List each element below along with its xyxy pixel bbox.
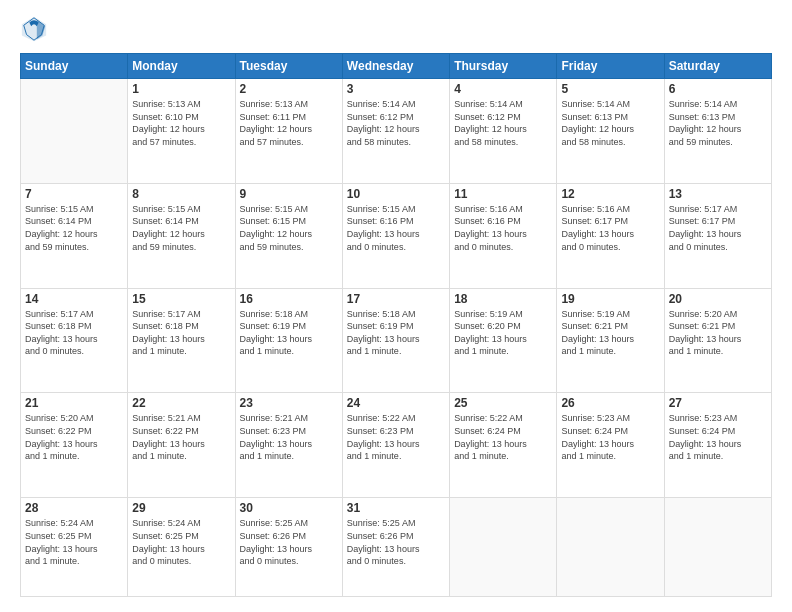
day-info: Sunrise: 5:17 AM Sunset: 6:18 PM Dayligh… [132, 308, 230, 358]
day-number: 3 [347, 82, 445, 96]
day-number: 21 [25, 396, 123, 410]
calendar-cell: 14Sunrise: 5:17 AM Sunset: 6:18 PM Dayli… [21, 288, 128, 393]
day-number: 4 [454, 82, 552, 96]
day-number: 24 [347, 396, 445, 410]
day-info: Sunrise: 5:17 AM Sunset: 6:17 PM Dayligh… [669, 203, 767, 253]
day-info: Sunrise: 5:14 AM Sunset: 6:12 PM Dayligh… [347, 98, 445, 148]
weekday-header: Tuesday [235, 54, 342, 79]
header [20, 15, 772, 43]
calendar-cell: 30Sunrise: 5:25 AM Sunset: 6:26 PM Dayli… [235, 498, 342, 597]
weekday-header: Thursday [450, 54, 557, 79]
calendar-cell: 8Sunrise: 5:15 AM Sunset: 6:14 PM Daylig… [128, 183, 235, 288]
day-number: 7 [25, 187, 123, 201]
calendar-cell: 5Sunrise: 5:14 AM Sunset: 6:13 PM Daylig… [557, 79, 664, 184]
logo [20, 15, 52, 43]
day-info: Sunrise: 5:19 AM Sunset: 6:20 PM Dayligh… [454, 308, 552, 358]
day-info: Sunrise: 5:16 AM Sunset: 6:16 PM Dayligh… [454, 203, 552, 253]
calendar-cell: 1Sunrise: 5:13 AM Sunset: 6:10 PM Daylig… [128, 79, 235, 184]
day-number: 25 [454, 396, 552, 410]
calendar-cell: 10Sunrise: 5:15 AM Sunset: 6:16 PM Dayli… [342, 183, 449, 288]
day-number: 2 [240, 82, 338, 96]
day-number: 9 [240, 187, 338, 201]
day-info: Sunrise: 5:19 AM Sunset: 6:21 PM Dayligh… [561, 308, 659, 358]
day-number: 31 [347, 501, 445, 515]
day-number: 1 [132, 82, 230, 96]
day-info: Sunrise: 5:22 AM Sunset: 6:24 PM Dayligh… [454, 412, 552, 462]
day-info: Sunrise: 5:15 AM Sunset: 6:15 PM Dayligh… [240, 203, 338, 253]
calendar-cell: 18Sunrise: 5:19 AM Sunset: 6:20 PM Dayli… [450, 288, 557, 393]
day-number: 10 [347, 187, 445, 201]
day-info: Sunrise: 5:20 AM Sunset: 6:22 PM Dayligh… [25, 412, 123, 462]
calendar-cell: 29Sunrise: 5:24 AM Sunset: 6:25 PM Dayli… [128, 498, 235, 597]
weekday-header: Friday [557, 54, 664, 79]
day-number: 28 [25, 501, 123, 515]
day-info: Sunrise: 5:14 AM Sunset: 6:13 PM Dayligh… [669, 98, 767, 148]
calendar-cell: 26Sunrise: 5:23 AM Sunset: 6:24 PM Dayli… [557, 393, 664, 498]
day-number: 11 [454, 187, 552, 201]
calendar-cell: 9Sunrise: 5:15 AM Sunset: 6:15 PM Daylig… [235, 183, 342, 288]
day-number: 19 [561, 292, 659, 306]
day-info: Sunrise: 5:25 AM Sunset: 6:26 PM Dayligh… [240, 517, 338, 567]
day-number: 18 [454, 292, 552, 306]
day-info: Sunrise: 5:23 AM Sunset: 6:24 PM Dayligh… [669, 412, 767, 462]
day-info: Sunrise: 5:24 AM Sunset: 6:25 PM Dayligh… [25, 517, 123, 567]
calendar-week-row: 1Sunrise: 5:13 AM Sunset: 6:10 PM Daylig… [21, 79, 772, 184]
calendar-cell: 25Sunrise: 5:22 AM Sunset: 6:24 PM Dayli… [450, 393, 557, 498]
day-number: 29 [132, 501, 230, 515]
calendar-cell: 27Sunrise: 5:23 AM Sunset: 6:24 PM Dayli… [664, 393, 771, 498]
day-info: Sunrise: 5:14 AM Sunset: 6:13 PM Dayligh… [561, 98, 659, 148]
calendar-week-row: 14Sunrise: 5:17 AM Sunset: 6:18 PM Dayli… [21, 288, 772, 393]
calendar-cell: 6Sunrise: 5:14 AM Sunset: 6:13 PM Daylig… [664, 79, 771, 184]
day-number: 30 [240, 501, 338, 515]
day-number: 14 [25, 292, 123, 306]
calendar-cell: 16Sunrise: 5:18 AM Sunset: 6:19 PM Dayli… [235, 288, 342, 393]
calendar-cell: 28Sunrise: 5:24 AM Sunset: 6:25 PM Dayli… [21, 498, 128, 597]
day-info: Sunrise: 5:15 AM Sunset: 6:16 PM Dayligh… [347, 203, 445, 253]
calendar-cell: 22Sunrise: 5:21 AM Sunset: 6:22 PM Dayli… [128, 393, 235, 498]
calendar-cell: 13Sunrise: 5:17 AM Sunset: 6:17 PM Dayli… [664, 183, 771, 288]
calendar-table: SundayMondayTuesdayWednesdayThursdayFrid… [20, 53, 772, 597]
calendar-cell: 23Sunrise: 5:21 AM Sunset: 6:23 PM Dayli… [235, 393, 342, 498]
calendar-week-row: 21Sunrise: 5:20 AM Sunset: 6:22 PM Dayli… [21, 393, 772, 498]
calendar-header-row: SundayMondayTuesdayWednesdayThursdayFrid… [21, 54, 772, 79]
day-number: 6 [669, 82, 767, 96]
day-info: Sunrise: 5:14 AM Sunset: 6:12 PM Dayligh… [454, 98, 552, 148]
day-info: Sunrise: 5:15 AM Sunset: 6:14 PM Dayligh… [25, 203, 123, 253]
day-number: 12 [561, 187, 659, 201]
day-info: Sunrise: 5:22 AM Sunset: 6:23 PM Dayligh… [347, 412, 445, 462]
day-info: Sunrise: 5:25 AM Sunset: 6:26 PM Dayligh… [347, 517, 445, 567]
day-number: 17 [347, 292, 445, 306]
weekday-header: Monday [128, 54, 235, 79]
calendar-cell: 15Sunrise: 5:17 AM Sunset: 6:18 PM Dayli… [128, 288, 235, 393]
day-number: 22 [132, 396, 230, 410]
day-number: 13 [669, 187, 767, 201]
day-info: Sunrise: 5:24 AM Sunset: 6:25 PM Dayligh… [132, 517, 230, 567]
calendar-week-row: 7Sunrise: 5:15 AM Sunset: 6:14 PM Daylig… [21, 183, 772, 288]
day-info: Sunrise: 5:17 AM Sunset: 6:18 PM Dayligh… [25, 308, 123, 358]
day-info: Sunrise: 5:15 AM Sunset: 6:14 PM Dayligh… [132, 203, 230, 253]
day-number: 20 [669, 292, 767, 306]
page: SundayMondayTuesdayWednesdayThursdayFrid… [0, 0, 792, 612]
day-number: 26 [561, 396, 659, 410]
day-info: Sunrise: 5:18 AM Sunset: 6:19 PM Dayligh… [347, 308, 445, 358]
day-number: 5 [561, 82, 659, 96]
weekday-header: Sunday [21, 54, 128, 79]
day-info: Sunrise: 5:23 AM Sunset: 6:24 PM Dayligh… [561, 412, 659, 462]
day-info: Sunrise: 5:16 AM Sunset: 6:17 PM Dayligh… [561, 203, 659, 253]
weekday-header: Saturday [664, 54, 771, 79]
calendar-cell: 12Sunrise: 5:16 AM Sunset: 6:17 PM Dayli… [557, 183, 664, 288]
day-number: 8 [132, 187, 230, 201]
day-number: 16 [240, 292, 338, 306]
day-info: Sunrise: 5:21 AM Sunset: 6:23 PM Dayligh… [240, 412, 338, 462]
calendar-cell: 17Sunrise: 5:18 AM Sunset: 6:19 PM Dayli… [342, 288, 449, 393]
calendar-cell: 19Sunrise: 5:19 AM Sunset: 6:21 PM Dayli… [557, 288, 664, 393]
day-info: Sunrise: 5:21 AM Sunset: 6:22 PM Dayligh… [132, 412, 230, 462]
calendar-cell: 11Sunrise: 5:16 AM Sunset: 6:16 PM Dayli… [450, 183, 557, 288]
calendar-cell: 7Sunrise: 5:15 AM Sunset: 6:14 PM Daylig… [21, 183, 128, 288]
weekday-header: Wednesday [342, 54, 449, 79]
calendar-cell [450, 498, 557, 597]
calendar-cell: 21Sunrise: 5:20 AM Sunset: 6:22 PM Dayli… [21, 393, 128, 498]
day-info: Sunrise: 5:13 AM Sunset: 6:11 PM Dayligh… [240, 98, 338, 148]
day-number: 15 [132, 292, 230, 306]
logo-icon [20, 15, 48, 43]
